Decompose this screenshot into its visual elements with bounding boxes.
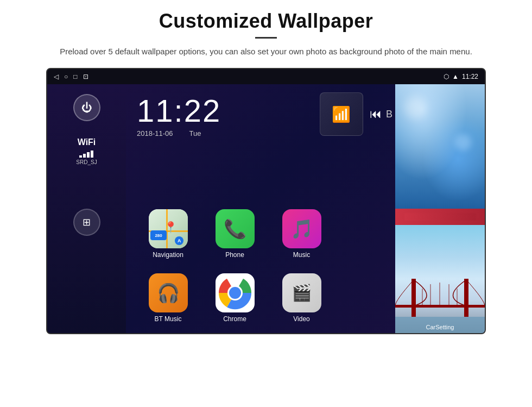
- status-time: 11:22: [462, 73, 478, 80]
- wifi-ssid: SRD_SJ: [76, 159, 97, 165]
- date-value: 2018-11-06: [137, 129, 173, 137]
- video-icon: 🎬: [282, 273, 321, 312]
- wifi-info: WiFi SRD_SJ: [76, 137, 97, 165]
- wallpaper-bridge[interactable]: CarSetting: [395, 225, 485, 333]
- day-value: Tue: [189, 129, 201, 137]
- wifi-status-icon: ▲: [452, 73, 459, 80]
- bt-music-icon: 🎧: [149, 273, 188, 312]
- phone-label: Phone: [225, 251, 244, 259]
- wallpaper-ice[interactable]: [395, 84, 485, 209]
- app-phone[interactable]: 📞 Phone: [204, 204, 266, 264]
- app-bt-music[interactable]: 🎧 BT Music: [137, 268, 199, 328]
- main-screen: 11:22 2018-11-06 Tue 📶 ⏮ B: [126, 84, 485, 333]
- chrome-label: Chrome: [223, 315, 246, 323]
- app-music[interactable]: 🎵 Music: [270, 204, 333, 264]
- app-grid: 📍 280 A Navigation: [137, 204, 333, 328]
- home-icon[interactable]: ○: [64, 73, 68, 80]
- media-controls: ⏮ B: [370, 107, 392, 121]
- recent-icon[interactable]: □: [73, 73, 77, 80]
- bt-music-label: BT Music: [155, 315, 182, 323]
- app-navigation[interactable]: 📍 280 A Navigation: [137, 204, 199, 264]
- svg-rect-6: [464, 279, 468, 317]
- clock-date: 2018-11-06 Tue: [137, 129, 221, 137]
- device-frame: ◁ ○ □ ⊡ ⬡ ▲ 11:22 ⏻ WiFi: [46, 68, 486, 334]
- wallpaper-mid-bar: [395, 209, 485, 225]
- phone-icon: 📞: [216, 209, 255, 248]
- carsetting-label: CarSetting: [426, 324, 454, 330]
- page-subtitle: Preload over 5 default wallpaper options…: [60, 45, 472, 58]
- wifi-bars: [76, 149, 97, 158]
- power-button[interactable]: ⏻: [73, 94, 100, 121]
- wifi-signal-icon: 📶: [332, 105, 351, 123]
- wifi-bar-1: [79, 155, 82, 158]
- next-label: B: [386, 109, 392, 120]
- clock-time: 11:22: [137, 95, 221, 127]
- wallpaper-previews: CarSetting: [395, 84, 485, 333]
- clock-area: 11:22 2018-11-06 Tue: [137, 95, 221, 137]
- wifi-bar-4: [91, 151, 93, 158]
- chrome-icon: [216, 273, 255, 312]
- status-left: ◁ ○ □ ⊡: [54, 73, 88, 80]
- svg-point-2: [229, 287, 241, 299]
- wifi-label: WiFi: [76, 137, 97, 147]
- svg-rect-5: [411, 279, 416, 317]
- page-wrapper: Customized Wallpaper Preload over 5 defa…: [0, 0, 532, 407]
- prev-button[interactable]: ⏮: [370, 107, 382, 121]
- media-widgets: 📶 ⏮ B: [320, 92, 392, 136]
- location-icon: ⬡: [444, 73, 449, 80]
- navigation-label: Navigation: [153, 251, 183, 259]
- wifi-bar-3: [87, 152, 90, 158]
- status-bar: ◁ ○ □ ⊡ ⬡ ▲ 11:22: [47, 69, 485, 84]
- apps-button[interactable]: ⊞: [73, 209, 100, 236]
- screen-body: ⏻ WiFi SRD_SJ ⊞ 11:22: [47, 84, 485, 333]
- sidebar: ⏻ WiFi SRD_SJ ⊞: [47, 84, 126, 333]
- app-chrome[interactable]: Chrome: [204, 268, 266, 328]
- status-right: ⬡ ▲ 11:22: [444, 73, 478, 80]
- svg-rect-7: [395, 305, 485, 308]
- title-divider: [255, 37, 277, 39]
- music-icon: 🎵: [282, 209, 321, 248]
- wifi-widget: 📶: [320, 92, 363, 136]
- music-label: Music: [293, 251, 310, 259]
- app-video[interactable]: 🎬 Video: [270, 268, 333, 328]
- wifi-bar-2: [83, 154, 86, 158]
- navigation-icon: 📍 280 A: [149, 209, 188, 248]
- video-label: Video: [293, 315, 309, 323]
- screenshot-icon[interactable]: ⊡: [83, 73, 88, 80]
- back-icon[interactable]: ◁: [54, 73, 59, 80]
- page-title: Customized Wallpaper: [159, 10, 373, 33]
